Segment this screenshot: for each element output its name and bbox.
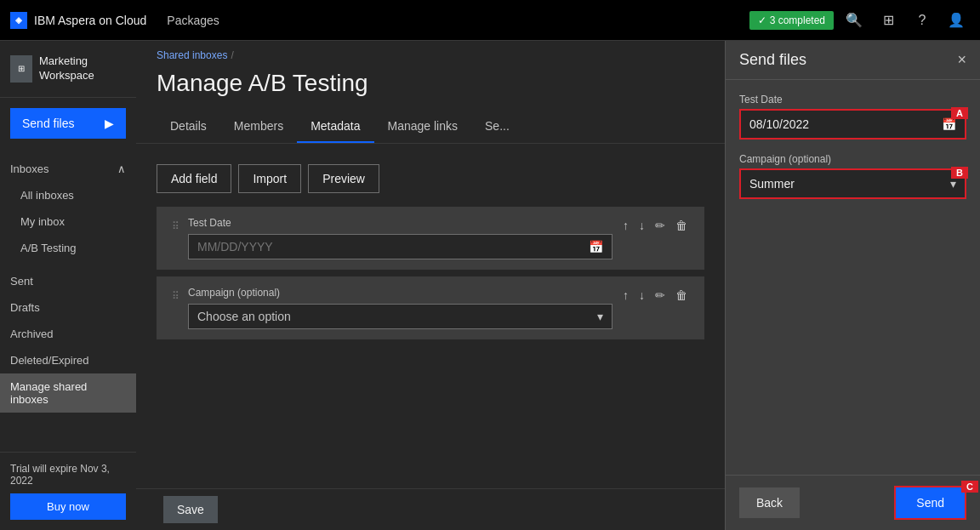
calendar-icon-panel: 📅	[942, 117, 956, 131]
sent-label: Sent	[10, 275, 33, 288]
completed-badge: ✓ 3 completed	[749, 11, 834, 30]
breadcrumb-root[interactable]: Shared inboxes	[157, 49, 227, 61]
send-btn-wrapper: Send C	[894, 486, 966, 520]
completed-text: 3 completed	[770, 14, 825, 26]
help-icon[interactable]: ?	[909, 7, 936, 34]
send-panel-label-campaign: Campaign (optional)	[739, 153, 966, 165]
trial-text: Trial will expire Nov 3, 2022	[10, 463, 126, 487]
send-panel-campaign-select[interactable]: Summer	[749, 177, 950, 191]
trial-notice: Trial will expire Nov 3, 2022 Buy now	[0, 452, 136, 530]
send-files-button[interactable]: Send files ▶	[10, 108, 126, 139]
back-button[interactable]: Back	[739, 487, 800, 518]
sidebar-item-sent[interactable]: Sent	[0, 268, 136, 294]
metadata-field-campaign: ⠿ Campaign (optional) Choose an option S…	[157, 276, 704, 339]
edit-test-date[interactable]: ✏	[652, 217, 669, 234]
tabs: Details Members Metadata Manage links Se…	[136, 111, 725, 144]
move-up-test-date[interactable]: ↑	[619, 217, 632, 234]
send-panel-title: Send files	[739, 51, 806, 69]
workspace-icon: ⊞	[10, 55, 32, 83]
brand-name: IBM Aspera on Cloud	[34, 14, 146, 27]
move-up-campaign[interactable]: ↑	[619, 287, 632, 304]
send-panel-body: Test Date 📅 A Campaign (optional) Summer	[726, 80, 980, 475]
inboxes-header[interactable]: Inboxes ∧	[0, 156, 136, 182]
main-layout: ⊞ Marketing Workspace Send files ▶ Inbox…	[0, 41, 980, 530]
send-button[interactable]: Send	[894, 486, 966, 520]
field-content-test-date: Test Date 📅	[188, 217, 612, 259]
field-content-campaign: Campaign (optional) Choose an option Sum…	[188, 287, 612, 329]
send-panel-footer: Back Send C	[726, 475, 980, 530]
sidebar-item-deleted[interactable]: Deleted/Expired	[0, 347, 136, 373]
metadata-field-test-date: ⠿ Test Date 📅 ↑ ↓ ✏ 🗑	[157, 207, 704, 270]
action-buttons: Add field Import Preview	[157, 164, 704, 193]
bottom-bar: Save	[136, 488, 725, 530]
field-label-campaign: Campaign (optional)	[188, 287, 612, 299]
send-panel-select-campaign: Summer ▾	[739, 168, 966, 199]
tab-members[interactable]: Members	[220, 111, 297, 143]
drafts-label: Drafts	[10, 301, 40, 314]
field-actions-test-date: ↑ ↓ ✏ 🗑	[619, 217, 691, 234]
drag-handle-campaign[interactable]: ⠿	[170, 287, 181, 305]
field-input-test-date[interactable]	[197, 240, 589, 254]
sidebar-item-manage[interactable]: Manage shared inboxes	[0, 373, 136, 413]
field-label-test-date: Test Date	[188, 217, 612, 229]
edit-campaign[interactable]: ✏	[652, 287, 669, 304]
delete-test-date[interactable]: 🗑	[672, 217, 691, 234]
send-panel-header: Send files ×	[726, 41, 980, 80]
field-badge-a: A	[951, 107, 968, 119]
close-button[interactable]: ×	[957, 51, 966, 69]
sidebar-item-archived[interactable]: Archived	[0, 321, 136, 347]
move-down-test-date[interactable]: ↓	[635, 217, 648, 234]
save-button[interactable]: Save	[163, 496, 218, 523]
move-down-campaign[interactable]: ↓	[635, 287, 648, 304]
topbar: ◈ IBM Aspera on Cloud Packages ✓ 3 compl…	[0, 0, 980, 41]
field-badge-b: B	[951, 167, 968, 179]
add-field-button[interactable]: Add field	[157, 164, 231, 193]
send-panel: Send files × Test Date 📅 A Campaign (opt…	[725, 41, 980, 530]
field-select-wrapper-campaign: Choose an option Summer ▾	[188, 304, 612, 329]
user-icon[interactable]: 👤	[943, 7, 970, 34]
tab-manage-links[interactable]: Manage links	[374, 111, 472, 143]
manage-label: Manage shared inboxes	[10, 380, 87, 406]
workspace-name: Marketing Workspace	[39, 54, 126, 83]
sidebar-item-ab-testing[interactable]: A/B Testing	[0, 235, 136, 261]
field-actions-campaign: ↑ ↓ ✏ 🗑	[619, 287, 691, 304]
chevron-down-icon: ▾	[597, 310, 603, 323]
grid-icon[interactable]: ⊞	[875, 7, 902, 34]
chevron-down-icon-panel: ▾	[950, 177, 956, 191]
sidebar-item-drafts[interactable]: Drafts	[0, 294, 136, 321]
ab-testing-label: A/B Testing	[20, 242, 77, 254]
archived-label: Archived	[10, 328, 54, 340]
topbar-right: ✓ 3 completed 🔍 ⊞ ? 👤	[749, 7, 970, 34]
my-inbox-label: My inbox	[20, 215, 65, 228]
drag-handle-test-date[interactable]: ⠿	[170, 217, 181, 236]
send-panel-field-campaign: Campaign (optional) Summer ▾ B	[739, 153, 966, 199]
breadcrumb-separator: /	[231, 49, 233, 61]
brand-logo-icon: ◈	[10, 12, 27, 29]
chevron-up-icon: ∧	[117, 162, 126, 175]
content-area: Add field Import Preview ⠿ Test Date 📅 ↑…	[136, 144, 725, 488]
send-arrow-icon: ▶	[105, 117, 114, 130]
packages-nav[interactable]: Packages	[160, 14, 225, 27]
sidebar-item-my-inbox[interactable]: My inbox	[0, 208, 136, 235]
delete-campaign[interactable]: 🗑	[672, 287, 691, 304]
send-panel-date-input[interactable]	[749, 117, 942, 131]
inboxes-section: Inboxes ∧ All inboxes My inbox A/B Testi…	[0, 149, 136, 268]
sidebar: ⊞ Marketing Workspace Send files ▶ Inbox…	[0, 41, 136, 530]
import-button[interactable]: Import	[238, 164, 301, 193]
sidebar-item-all-inboxes[interactable]: All inboxes	[0, 182, 136, 208]
tab-se[interactable]: Se...	[471, 111, 523, 143]
inboxes-label: Inboxes	[10, 162, 49, 175]
buy-now-button[interactable]: Buy now	[10, 493, 126, 520]
search-icon[interactable]: 🔍	[840, 7, 868, 34]
field-input-wrapper-test-date: 📅	[188, 234, 612, 259]
tab-details[interactable]: Details	[157, 111, 220, 143]
field-select-campaign[interactable]: Choose an option Summer	[197, 310, 597, 323]
topbar-left: ◈ IBM Aspera on Cloud Packages	[10, 12, 226, 29]
page-title: Manage A/B Testing	[136, 70, 725, 111]
checkmark-icon: ✓	[758, 14, 766, 26]
preview-button[interactable]: Preview	[308, 164, 379, 193]
all-inboxes-label: All inboxes	[20, 189, 74, 202]
tab-metadata[interactable]: Metadata	[297, 111, 373, 143]
calendar-icon: 📅	[589, 240, 603, 254]
send-panel-field-test-date: Test Date 📅 A	[739, 94, 966, 140]
